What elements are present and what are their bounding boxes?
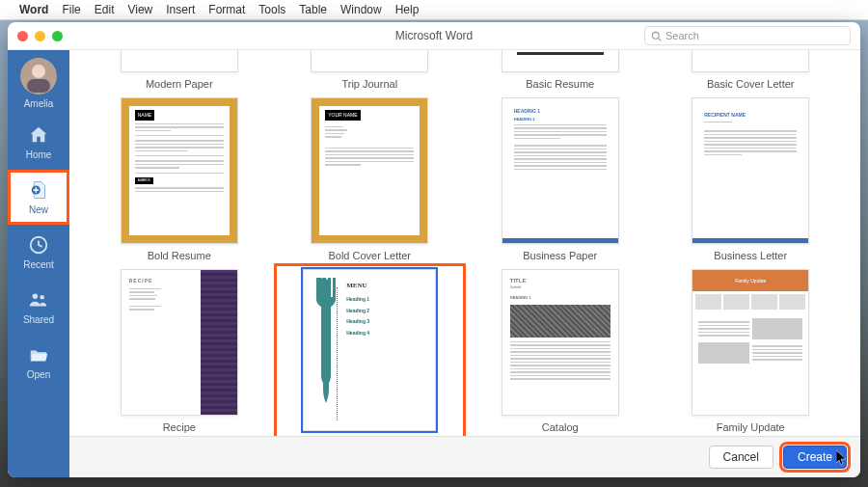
template-family-update[interactable]: Family Update Family Update — [661, 269, 842, 450]
template-thumb: HEADING 1 HEADING 2 — [502, 97, 619, 244]
menubar-window[interactable]: Window — [340, 3, 382, 16]
sidebar-item-label: New — [29, 204, 48, 215]
template-search-input[interactable]: Search — [644, 26, 851, 45]
menubar-tools[interactable]: Tools — [258, 3, 285, 16]
template-label: Business Letter — [714, 250, 787, 261]
system-menubar: Word File Edit View Insert Format Tools … — [0, 0, 868, 20]
svg-line-1 — [659, 38, 662, 41]
folder-open-icon — [28, 344, 49, 365]
menubar-table[interactable]: Table — [299, 3, 327, 16]
template-label: Basic Cover Letter — [707, 78, 794, 90]
sidebar-item-label: Home — [26, 149, 52, 160]
template-label: Bold Resume — [148, 250, 211, 261]
sidebar-item-label: Recent — [23, 259, 54, 270]
template-thumb — [311, 50, 428, 72]
template-thumb: MENU Heading 1 Heading 2 Heading 3 Headi… — [303, 269, 436, 431]
template-business-letter[interactable]: RECIPIENT NAME Business Letter — [661, 97, 842, 261]
template-bold-resume[interactable]: NAME AWARDS Bold Resume — [89, 97, 270, 261]
menubar-insert[interactable]: Insert — [166, 3, 195, 16]
template-basic-resume[interactable]: Basic Resume — [470, 50, 651, 90]
template-basic-cover-letter[interactable]: Basic Cover Letter — [661, 50, 842, 90]
menubar-help[interactable]: Help — [395, 3, 420, 16]
sidebar-item-label: Open — [27, 369, 50, 380]
template-recipe[interactable]: RECIPE Recipe — [89, 269, 270, 450]
template-catalog[interactable]: TITLE Subtitle HEADING 1 Catalog — [470, 269, 651, 450]
new-document-icon — [28, 179, 49, 201]
template-label: Basic Resume — [526, 78, 594, 90]
template-menu[interactable]: MENU Heading 1 Heading 2 Heading 3 Headi… — [280, 269, 461, 450]
svg-point-0 — [652, 32, 659, 39]
titlebar: Microsoft Word Search — [8, 22, 860, 50]
template-gallery[interactable]: Modern Paper Trip Journal Basic Resume B… — [69, 50, 860, 477]
template-label: Bold Cover Letter — [328, 250, 411, 261]
sidebar: Amelia Home New Recent Shared Open — [8, 50, 69, 477]
word-start-window: Microsoft Word Search Amelia Home New Re… — [8, 22, 860, 477]
template-label: Family Update — [717, 421, 785, 433]
template-thumb — [121, 50, 238, 72]
template-label: Recipe — [163, 421, 196, 433]
template-label: Trip Journal — [341, 78, 397, 90]
template-bold-cover-letter[interactable]: YOUR NAME Bold Cover Letter — [280, 97, 461, 261]
home-icon — [28, 124, 49, 146]
sidebar-item-new[interactable]: New — [8, 170, 69, 225]
template-thumb: RECIPE — [121, 269, 238, 416]
user-avatar[interactable] — [20, 58, 57, 95]
menubar-app[interactable]: Word — [19, 3, 48, 16]
template-label: Catalog — [542, 421, 579, 433]
create-button[interactable]: Create — [783, 446, 847, 469]
sidebar-item-recent[interactable]: Recent — [8, 225, 69, 280]
sidebar-item-shared[interactable]: Shared — [8, 280, 69, 335]
svg-point-5 — [40, 295, 44, 300]
template-thumb — [692, 50, 809, 72]
template-modern-paper[interactable]: Modern Paper — [89, 50, 270, 90]
template-label: Business Paper — [523, 250, 597, 261]
people-icon — [28, 289, 49, 311]
clock-icon — [28, 234, 49, 256]
template-label: Modern Paper — [146, 78, 213, 90]
template-thumb — [502, 50, 619, 72]
cancel-button[interactable]: Cancel — [709, 446, 773, 469]
template-thumb: RECIPIENT NAME — [692, 97, 809, 244]
svg-point-4 — [33, 294, 39, 300]
template-thumb: TITLE Subtitle HEADING 1 — [502, 269, 619, 416]
template-thumb: Family Update — [692, 269, 809, 416]
menubar-file[interactable]: File — [62, 3, 80, 16]
mouse-cursor-icon — [836, 450, 848, 466]
template-thumb: YOUR NAME — [311, 97, 428, 244]
template-thumb: NAME AWARDS — [121, 97, 238, 244]
sidebar-item-open[interactable]: Open — [8, 335, 69, 390]
template-business-paper[interactable]: HEADING 1 HEADING 2 Business Paper — [470, 97, 651, 261]
user-name: Amelia — [24, 98, 54, 109]
menubar-format[interactable]: Format — [208, 3, 245, 16]
sidebar-item-label: Shared — [23, 314, 54, 325]
menubar-edit[interactable]: Edit — [95, 3, 115, 16]
sidebar-item-home[interactable]: Home — [8, 115, 69, 170]
dialog-footer: Cancel Create — [69, 436, 860, 477]
menubar-view[interactable]: View — [127, 3, 152, 16]
template-trip-journal[interactable]: Trip Journal — [280, 50, 461, 90]
search-icon — [651, 31, 662, 41]
search-placeholder: Search — [665, 30, 699, 41]
